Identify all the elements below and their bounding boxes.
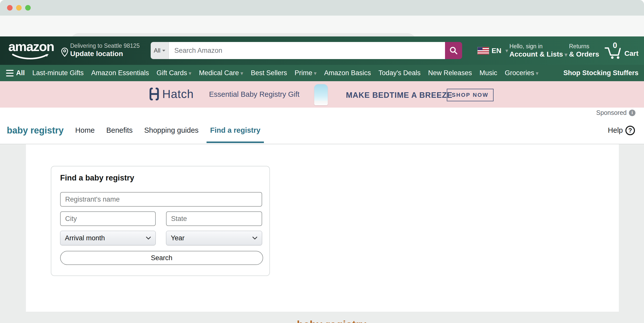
page-margin-left xyxy=(0,144,26,312)
tab-shopping-guides[interactable]: Shopping guides xyxy=(144,117,198,144)
cart-count: 0 xyxy=(613,41,617,50)
amazon-logo-text: amazon xyxy=(8,39,54,54)
nav-item-gift-cards[interactable]: Gift Cards xyxy=(156,69,191,77)
browser-toolbar: amazon.com/baby-reg/search-results xyxy=(0,16,644,36)
registry-search-button[interactable]: Search xyxy=(60,251,263,265)
registrant-name-field[interactable] xyxy=(60,192,262,207)
active-tab-underline xyxy=(207,142,264,143)
maximize-window-button[interactable] xyxy=(25,5,31,11)
chevron-down-icon xyxy=(239,69,243,77)
year-select[interactable]: Year xyxy=(166,231,262,245)
returns-line1: Returns xyxy=(569,43,599,50)
nav-item-prime[interactable]: Prime xyxy=(295,69,317,77)
nav-item-amazon-essentials[interactable]: Amazon Essentials xyxy=(91,69,149,77)
language-code: EN xyxy=(492,47,501,55)
arrival-month-value: Arrival month xyxy=(65,234,105,242)
titlebar xyxy=(0,0,644,16)
sponsored-row: Sponsored xyxy=(596,109,635,116)
search-bar: All xyxy=(151,42,462,59)
cart-button[interactable]: 0 Cart xyxy=(604,36,638,65)
amazon-logo[interactable]: amazon xyxy=(8,40,54,61)
nav-item-amazon-basics[interactable]: Amazon Basics xyxy=(324,69,371,77)
ad-tagline: Essential Baby Registry Gift xyxy=(209,90,299,99)
returns-line2: & Orders xyxy=(569,50,599,59)
search-input[interactable] xyxy=(169,42,445,59)
account-greeting: Hello, sign in xyxy=(509,43,567,50)
chevron-down-icon xyxy=(563,50,567,58)
tab-find-a-registry[interactable]: Find a registry xyxy=(210,117,260,144)
hatch-brand-name: Hatch xyxy=(162,87,194,101)
nav-all-menu[interactable]: All xyxy=(6,69,25,77)
us-flag-icon xyxy=(477,47,489,55)
hatch-ad-banner[interactable]: Hatch Essential Baby Registry Gift MAKE … xyxy=(0,81,644,108)
tab-benefits[interactable]: Benefits xyxy=(106,117,133,144)
shop-now-button[interactable]: SHOP NOW xyxy=(447,89,494,101)
find-registry-card: Find a baby registry Arrival month Year … xyxy=(51,166,270,276)
chevron-down-icon xyxy=(162,50,166,52)
browser-window: amazon.com/baby-reg/search-results amazo… xyxy=(0,0,644,323)
hamburger-icon xyxy=(6,70,14,76)
page-bottom-strip: baby registry xyxy=(0,312,644,323)
nav-item-groceries[interactable]: Groceries xyxy=(505,69,538,77)
location-pin-icon xyxy=(61,48,68,57)
chevron-down-icon xyxy=(534,69,538,77)
nav-item-medical-care[interactable]: Medical Care xyxy=(199,69,243,77)
help-label: Help xyxy=(608,126,623,134)
chevron-down-icon xyxy=(312,69,316,77)
delivery-location[interactable]: Delivering to Seattle 98125 Update locat… xyxy=(61,42,140,58)
amazon-smile-icon xyxy=(12,54,50,60)
chevron-down-icon xyxy=(187,69,191,77)
hatch-logo: Hatch xyxy=(149,87,194,101)
delivery-line2: Update location xyxy=(70,50,140,58)
city-field[interactable] xyxy=(60,211,156,226)
tab-home[interactable]: Home xyxy=(75,117,95,144)
delivery-line1: Delivering to Seattle 98125 xyxy=(70,42,140,50)
select-chevron-icon xyxy=(252,237,257,240)
sponsored-label: Sponsored xyxy=(596,109,627,116)
cart-label: Cart xyxy=(624,50,638,58)
account-menu[interactable]: Hello, sign in Account & Lists xyxy=(509,36,567,65)
info-icon[interactable] xyxy=(629,110,635,116)
minimize-window-button[interactable] xyxy=(16,5,22,11)
returns-orders[interactable]: Returns & Orders xyxy=(569,36,599,65)
search-submit-button[interactable] xyxy=(445,42,462,59)
close-window-button[interactable] xyxy=(7,5,13,11)
help-link[interactable]: Help xyxy=(608,126,635,135)
ad-headline: MAKE BEDTIME A BREEZE xyxy=(346,91,452,100)
page-margin-right xyxy=(619,144,644,312)
year-value: Year xyxy=(171,234,185,242)
search-icon xyxy=(449,46,458,55)
account-label: Account & Lists xyxy=(509,50,567,59)
search-category-dropdown[interactable]: All xyxy=(151,42,169,59)
hatch-mark-icon xyxy=(149,87,159,101)
chevron-down-icon xyxy=(504,48,508,54)
search-category-label: All xyxy=(154,47,160,54)
main-navigation: All Last-minute Gifts Amazon Essentials … xyxy=(0,65,644,81)
arrival-month-select[interactable]: Arrival month xyxy=(60,231,156,245)
language-selector[interactable]: EN xyxy=(477,36,508,65)
nav-item-new-releases[interactable]: New Releases xyxy=(428,69,472,77)
amazon-header: amazon Delivering to Seattle 98125 Updat… xyxy=(0,36,644,65)
nav-item-best-sellers[interactable]: Best Sellers xyxy=(251,69,287,77)
select-chevron-icon xyxy=(146,237,151,240)
state-field[interactable] xyxy=(166,211,262,226)
card-title: Find a baby registry xyxy=(60,173,134,182)
nav-item-music[interactable]: Music xyxy=(479,69,497,77)
help-question-icon xyxy=(625,126,635,135)
baby-registry-subnav: baby registry Home Benefits Shopping gui… xyxy=(0,117,644,144)
nav-item-shop-stocking-stuffers[interactable]: Shop Stocking Stuffers xyxy=(563,69,638,77)
hatch-product-image xyxy=(314,84,328,105)
cutoff-heading-text: baby registry xyxy=(297,319,367,323)
nav-item-last-minute-gifts[interactable]: Last-minute Gifts xyxy=(32,69,84,77)
baby-registry-brand[interactable]: baby registry xyxy=(7,125,64,136)
nav-item-todays-deals[interactable]: Today's Deals xyxy=(379,69,421,77)
